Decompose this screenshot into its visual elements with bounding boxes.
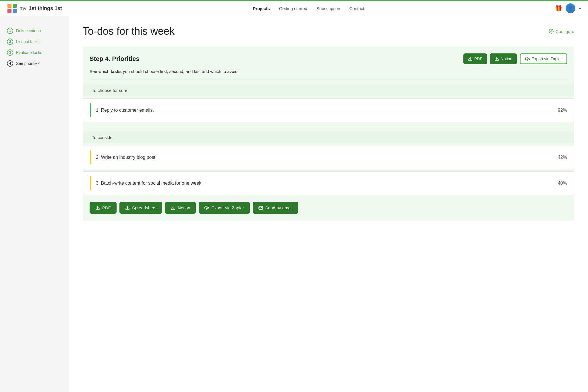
task-bar-3 [90,176,91,190]
task-text-2: 2. Write an industry blog post. [96,155,553,160]
category-header-2: To consider [83,132,574,143]
page-header: To-dos for this week Configure [83,25,574,37]
step4-section: Step 4. Priorities PDF [83,47,574,221]
export-zapier-label-top: Export via Zapier [531,57,562,61]
sidebar-item-label-3: Evaluate tasks [16,50,42,55]
step-circle-1: 1 [7,28,13,34]
export-zapier-button-bottom[interactable]: Export via Zapier [199,202,249,214]
task-item-1: 1. Reply to customer emails. 92% [83,99,574,122]
sidebar-item-label-1: Define criteria [16,28,41,33]
sidebar-item-see-priorities[interactable]: 4 See priorities [7,58,62,69]
pdf-button-top[interactable]: PDF [463,53,487,64]
svg-rect-1 [13,4,17,8]
logo-text-my: my [20,5,26,11]
export-zapier-label-bottom: Export via Zapier [211,205,244,210]
nav-subscription[interactable]: Subscription [316,6,340,11]
configure-button[interactable]: Configure [549,29,574,34]
download-icon-spreadsheet [125,206,130,210]
task-item-3: 3. Batch-write content for social media … [83,171,574,195]
step-circle-3: 3 [7,49,13,56]
task-text-1: 1. Reply to customer emails. [96,108,553,113]
desc-after: you should choose first, second, and las… [122,69,239,74]
task-bar-2 [90,150,91,164]
configure-icon [549,29,554,34]
desc-before: See which [90,69,111,74]
send-email-button[interactable]: Send by email [253,202,298,214]
pdf-button-bottom[interactable]: PDF [90,202,117,214]
nav-getting-started[interactable]: Getting started [279,6,307,11]
logo-text-main: 1st things 1st [29,5,62,11]
desc-bold: tasks [111,69,121,74]
svg-rect-0 [7,4,11,8]
step4-header: Step 4. Priorities PDF [90,53,567,64]
pdf-label-bottom: PDF [102,205,111,210]
tasks-category-2: 2. Write an industry blog post. 42% 3. B… [83,146,574,195]
sidebar-item-list-tasks[interactable]: 2 List out tasks [7,36,62,47]
step4-description: See which tasks you should choose first,… [90,69,567,74]
avatar-dropdown-icon[interactable]: ▾ [579,6,581,11]
step-circle-4: 4 [7,60,13,67]
sidebar-item-define-criteria[interactable]: 1 Define criteria [7,25,62,36]
task-item-2: 2. Write an industry blog post. 42% [83,146,574,169]
app-header: my 1st things 1st Projects Getting start… [0,0,588,16]
category-header-1: To choose for sure [83,84,574,96]
nav-contact[interactable]: Contact [349,6,364,11]
tasks-category-1: 1. Reply to customer emails. 92% [83,99,574,122]
sidebar-item-evaluate-tasks[interactable]: 3 Evaluate tasks [7,47,62,58]
main-layout: 1 Define criteria 2 List out tasks 3 Eva… [0,16,588,392]
svg-point-6 [551,31,552,32]
svg-text:👤: 👤 [568,6,573,11]
email-icon [258,206,263,210]
notion-button-top[interactable]: Notion [490,53,517,64]
logo-icon [7,3,17,13]
notion-label-top: Notion [501,57,512,61]
download-icon-pdf-top [468,57,473,61]
sidebar-item-label-4: See priorities [16,61,40,66]
avatar[interactable]: 👤 [566,3,575,13]
main-nav: Projects Getting started Subscription Co… [253,6,364,11]
step-circle-2: 2 [7,38,13,45]
send-email-label: Send by email [265,205,293,210]
task-percent-2: 42% [558,155,567,160]
logo[interactable]: my 1st things 1st [7,3,62,13]
download-icon-notion-top [494,57,499,61]
task-bar-1 [90,103,91,117]
sidebar: 1 Define criteria 2 List out tasks 3 Eva… [0,16,69,392]
task-percent-1: 92% [558,108,567,113]
nav-projects[interactable]: Projects [253,6,270,11]
export-zapier-button-top[interactable]: Export via Zapier [520,53,567,64]
configure-label: Configure [556,29,574,34]
upload-cloud-icon-bottom [204,206,209,210]
download-icon-notion-bottom [171,206,175,210]
page-title: To-dos for this week [83,25,175,37]
bottom-buttons: PDF Spreadsheet Notion [90,202,567,214]
pdf-label-top: PDF [474,57,482,61]
step4-title: Step 4. Priorities [90,55,140,63]
svg-rect-2 [7,9,11,13]
header-right: 🎁 👤 ▾ [555,3,581,13]
svg-rect-3 [13,9,17,13]
notion-label-bottom: Notion [178,205,190,210]
main-content: To-dos for this week Configure Step 4. P… [69,16,588,392]
sidebar-item-label-2: List out tasks [16,39,40,44]
task-percent-3: 40% [558,181,567,186]
spreadsheet-label: Spreadsheet [132,205,156,210]
spreadsheet-button[interactable]: Spreadsheet [119,202,162,214]
notion-button-bottom[interactable]: Notion [165,202,196,214]
upload-cloud-icon-top [525,57,530,61]
step4-actions: PDF Notion [463,53,567,64]
divider-1 [90,80,567,80]
divider-2 [90,127,567,127]
gift-icon[interactable]: 🎁 [555,5,562,12]
download-icon-pdf-bottom [95,206,100,210]
task-text-3: 3. Batch-write content for social media … [96,181,553,186]
